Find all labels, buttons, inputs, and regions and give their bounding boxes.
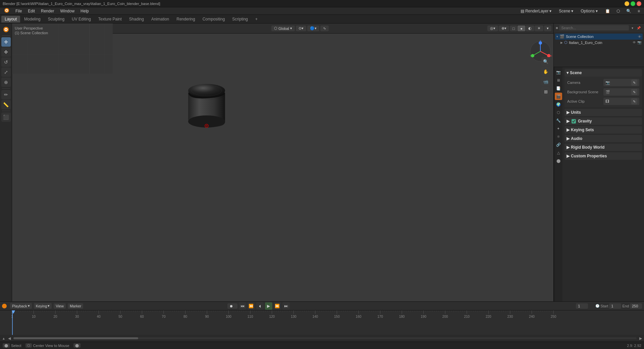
timeline-ruler[interactable]: 1102030405060708090100110120130140150160…	[0, 310, 644, 335]
tool-measure[interactable]: 📏	[1, 100, 11, 109]
nav-hand-btn[interactable]: ✋	[541, 67, 550, 76]
prop-icon-world[interactable]: 🌍	[555, 101, 562, 108]
viewport-global-dropdown[interactable]: ⬡ Global ▾	[271, 26, 295, 31]
prop-icon-physics[interactable]: ⚛	[555, 133, 562, 140]
tool-scale[interactable]: ⤢	[1, 67, 11, 77]
outliner-pin[interactable]: 📌	[635, 26, 642, 31]
maximize-button[interactable]: □	[631, 1, 635, 6]
prop-icon-modifiers[interactable]: 🔧	[555, 117, 562, 124]
scene-selector[interactable]: Scene ▾	[556, 8, 576, 14]
section-gravity-header[interactable]: ▶ Gravity	[565, 117, 642, 125]
section-keying-sets-header[interactable]: ▶ Keying Sets	[565, 126, 642, 134]
collection-eye[interactable]: 👁	[633, 41, 636, 44]
start-value[interactable]: 1	[609, 303, 621, 309]
topbar-icon-search[interactable]: 🔍	[624, 8, 634, 14]
viewport-tool3[interactable]: ∿	[320, 26, 329, 31]
marker-menu[interactable]: Marker	[68, 303, 83, 309]
section-rigid-body-header[interactable]: ▶ Rigid Body World	[565, 144, 642, 151]
viewport-options[interactable]: ▾	[544, 26, 551, 31]
menu-render[interactable]: Render	[38, 8, 57, 14]
jump-start-btn[interactable]: ⏮	[239, 302, 246, 310]
prop-icon-particles[interactable]: ✦	[555, 125, 562, 132]
toolbar-logo[interactable]	[1, 25, 11, 34]
viewport-wireframe[interactable]: □	[510, 26, 518, 31]
active-clip-value[interactable]: 🎞 ✎	[603, 98, 639, 105]
end-value[interactable]: 250	[630, 303, 642, 309]
render-engine-dropdown[interactable]: ▤ RenderLayer ▾	[518, 8, 554, 14]
timeline-scroll-left[interactable]: ◀	[8, 336, 11, 341]
tab-modeling[interactable]: Modeling	[21, 16, 44, 22]
current-frame-input[interactable]: 1	[576, 303, 588, 309]
outliner-scene-collection[interactable]: ▾ 🎬 Scene Collection 👁	[555, 34, 643, 40]
topbar-icon-1[interactable]: 📋	[602, 8, 613, 14]
clip-pick[interactable]: ✎	[631, 98, 637, 104]
tab-compositing[interactable]: Compositing	[199, 16, 228, 22]
tool-cursor[interactable]: ✛	[1, 37, 11, 47]
timeline-scroll-right[interactable]: ▶	[639, 336, 642, 341]
gravity-checkbox[interactable]	[572, 119, 576, 123]
outliner-search-input[interactable]	[559, 25, 629, 31]
play-btn[interactable]: ▶	[265, 302, 272, 310]
tab-rendering[interactable]: Rendering	[173, 16, 198, 22]
viewport-rendered[interactable]: ☀	[535, 26, 543, 31]
prop-icon-data[interactable]: △	[555, 149, 562, 156]
step-back-btn[interactable]: ⏪	[248, 302, 255, 310]
viewport-snap[interactable]: 🔵▾	[307, 26, 319, 31]
outliner-eye-icon[interactable]: 👁	[638, 35, 641, 39]
tab-texture-paint[interactable]: Texture Paint	[95, 16, 125, 22]
timeline-scrollbar[interactable]	[13, 337, 637, 339]
viewport-3d[interactable]: ⬡ Object Mode ▾ View Select Add Object ⬡…	[12, 23, 553, 301]
section-custom-props-header[interactable]: ▶ Custom Properties	[565, 152, 642, 160]
topbar-icon-filter[interactable]: ≡	[635, 8, 643, 14]
viewport-solid[interactable]: ●	[518, 26, 525, 31]
camera-pick[interactable]: ✎	[631, 80, 637, 86]
camera-value[interactable]: 📷 ✎	[603, 79, 639, 86]
section-scene-header[interactable]: ▾ Scene	[565, 69, 642, 77]
bg-scene-pick[interactable]: ✎	[631, 89, 637, 95]
prop-icon-object[interactable]: ⬡	[555, 109, 562, 116]
tab-layout[interactable]: Layout	[1, 16, 20, 22]
options-btn[interactable]: Options ▾	[578, 8, 600, 14]
viewport-looksdev[interactable]: ◐	[526, 26, 534, 31]
viewport-gizmo-dropdown[interactable]: ⊕▾	[499, 26, 509, 31]
menu-window[interactable]: Window	[57, 8, 77, 14]
close-button[interactable]: ✕	[637, 1, 641, 6]
menu-file[interactable]: File	[13, 8, 24, 14]
tab-add[interactable]: +	[252, 16, 261, 22]
timeline-expand-btn[interactable]: ▲	[2, 337, 5, 340]
tab-animation[interactable]: Animation	[148, 16, 172, 22]
minimize-button[interactable]: _	[625, 1, 629, 6]
tool-rotate[interactable]: ↺	[1, 57, 11, 67]
menu-help[interactable]: Help	[78, 8, 92, 14]
prop-icon-output[interactable]: 🖥	[555, 77, 562, 84]
tool-transform[interactable]: ⊕	[1, 78, 11, 87]
tool-add-primitive[interactable]: ⬛	[1, 112, 11, 122]
menu-blender[interactable]	[1, 7, 12, 15]
tool-move[interactable]: ✥	[1, 47, 11, 57]
prop-icon-render[interactable]: 📷	[555, 68, 562, 76]
tab-sculpting[interactable]: Sculpting	[45, 16, 68, 22]
jump-end-btn[interactable]: ⏭	[282, 302, 290, 310]
tool-annotate[interactable]: ✏	[1, 90, 11, 99]
section-audio-header[interactable]: ▶ Audio	[565, 135, 642, 142]
tab-shading[interactable]: Shading	[126, 16, 147, 22]
prop-icon-scene[interactable]: 🎬	[555, 93, 562, 100]
prop-icon-constraints[interactable]: 🔗	[555, 141, 562, 148]
tab-uv-editing[interactable]: UV Editing	[68, 16, 94, 22]
tab-scripting[interactable]: Scripting	[229, 16, 251, 22]
outliner-filter[interactable]: ▾	[630, 26, 635, 31]
bg-scene-value[interactable]: 🎬 ✎	[603, 88, 639, 96]
keying-menu[interactable]: Keying ▾	[34, 303, 52, 309]
axis-gizmo[interactable]: Z X Y	[529, 40, 549, 60]
nav-camera-btn[interactable]: 📹	[541, 77, 550, 86]
nav-grid-btn[interactable]: ⊞	[541, 87, 550, 96]
play-reverse-btn[interactable]: ⏴	[256, 302, 264, 310]
viewport-proportional[interactable]: ⊙▾	[296, 26, 306, 31]
prop-icon-material[interactable]: ⬤	[555, 157, 562, 164]
menu-edit[interactable]: Edit	[25, 8, 38, 14]
timeline-view-menu[interactable]: View	[54, 303, 66, 309]
playback-menu[interactable]: Playback ▾	[10, 303, 32, 309]
section-units-header[interactable]: ▶ Units	[565, 109, 642, 116]
collection-render[interactable]: 📷	[637, 41, 641, 44]
step-forward-btn[interactable]: ⏩	[274, 302, 281, 310]
